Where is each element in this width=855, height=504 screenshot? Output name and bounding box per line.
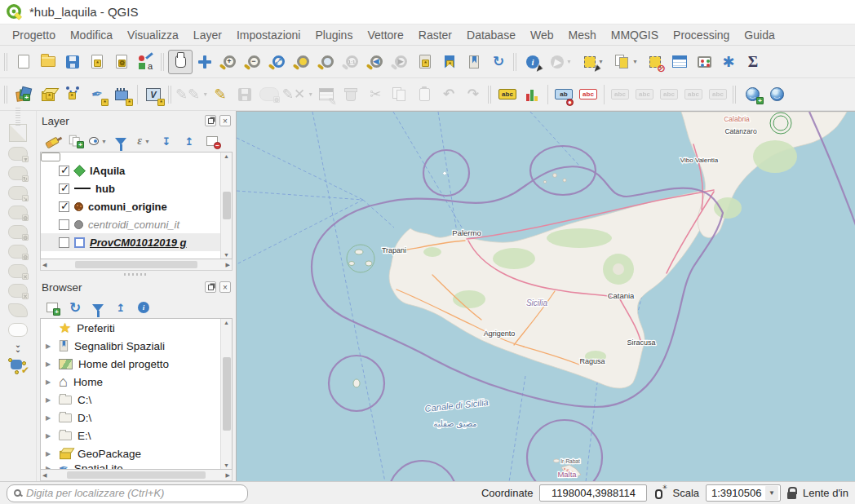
add-selected-layers-button[interactable]: +: [43, 298, 61, 316]
save-project-button[interactable]: [60, 50, 85, 74]
filter-legend-button[interactable]: [112, 132, 130, 150]
toggle-editing-button[interactable]: ✎: [208, 82, 233, 107]
refresh-map-button[interactable]: ↻: [486, 50, 511, 74]
layer-row-provcm[interactable]: ProvCM01012019 g: [41, 233, 232, 251]
cut-features-button[interactable]: ✂: [363, 82, 388, 107]
new-spatialite-button[interactable]: ✒*: [85, 82, 109, 107]
lock-scale-icon[interactable]: [787, 492, 796, 499]
browser-horizontal-scrollbar[interactable]: ◀▶: [40, 470, 233, 481]
browser-item-drive-c[interactable]: ▶ C:\: [41, 391, 232, 409]
add-part-icon[interactable]: ⚙: [8, 225, 28, 239]
menu-modifica[interactable]: Modifica: [63, 26, 120, 44]
modify-attributes-button[interactable]: ✎: [314, 82, 339, 107]
browser-vertical-scrollbar[interactable]: ▲▼: [220, 319, 232, 469]
menu-mmqgis[interactable]: MMQGIS: [604, 26, 666, 44]
add-feature-button[interactable]: ⚙: [257, 82, 281, 107]
menu-plugins[interactable]: Plugins: [308, 26, 360, 44]
zoom-to-layer-button[interactable]: [315, 50, 339, 74]
rotate-label-button[interactable]: [681, 82, 706, 107]
layer-panel-float-button[interactable]: [205, 115, 216, 126]
browser-panel-close-button[interactable]: ×: [219, 281, 231, 293]
statistical-summary-button[interactable]: Σ: [741, 50, 765, 74]
menu-progetto[interactable]: Progetto: [5, 26, 63, 44]
data-source-manager-button[interactable]: +: [11, 82, 36, 107]
layer-row-comuni-origine[interactable]: comuni_origine: [41, 197, 232, 215]
check-geometries-icon[interactable]: ✔: [8, 358, 28, 374]
toolbar-grip[interactable]: [161, 53, 166, 71]
zoom-to-selection-button[interactable]: [290, 50, 315, 74]
browser-refresh-button[interactable]: ↻: [66, 298, 84, 316]
highlight-labels-button[interactable]: [576, 82, 600, 107]
pin-labels-button[interactable]: ●: [552, 82, 576, 107]
layer-diagram-button[interactable]: [520, 82, 544, 107]
browser-item-project-home[interactable]: ▶ Home del progetto: [41, 355, 232, 373]
show-layout-manager-button[interactable]: ⚙: [109, 50, 134, 74]
layer-checkbox[interactable]: [59, 237, 69, 248]
field-calculator-button[interactable]: [692, 50, 716, 74]
browser-item-drive-e[interactable]: ▶ E:\: [41, 427, 232, 444]
show-spatial-bookmarks-button[interactable]: [462, 50, 486, 74]
new-project-button[interactable]: [11, 50, 36, 74]
change-label-button[interactable]: [706, 82, 730, 107]
locator-search[interactable]: [7, 484, 248, 502]
expander-icon[interactable]: ▶: [46, 432, 53, 440]
new-virtual-layer-button[interactable]: V*: [141, 82, 166, 107]
rotate-feature-icon[interactable]: ↻: [8, 166, 28, 180]
new-scratch-layer-button[interactable]: *: [109, 82, 134, 107]
web-globe-button[interactable]: [764, 82, 789, 107]
menu-visualizza[interactable]: Visualizza: [120, 26, 186, 44]
browser-item-drive-d[interactable]: ▶ D:\: [41, 409, 232, 427]
collapse-all-button[interactable]: ↥: [180, 132, 198, 150]
chevron-down-icon[interactable]: ▼: [765, 486, 778, 500]
add-ring-icon[interactable]: ⚙: [8, 206, 28, 219]
browser-item-spatialite[interactable]: ▶ ✒ SpatiaLite: [41, 462, 232, 470]
browser-item-geopackage[interactable]: ▶ GeoPackage: [41, 444, 232, 462]
expand-all-button[interactable]: ↧: [157, 132, 175, 150]
new-map-view-button[interactable]: *: [413, 50, 437, 74]
simplify-feature-icon[interactable]: ↘: [8, 186, 28, 200]
manage-map-themes-button[interactable]: ▼: [89, 132, 107, 150]
delete-selected-button[interactable]: [339, 82, 363, 107]
menu-impostazioni[interactable]: Impostazioni: [229, 26, 308, 44]
layer-list-horizontal-scrollbar[interactable]: ◀▶: [40, 259, 233, 271]
toolbar-grip[interactable]: [16, 108, 20, 126]
vertex-tool-button[interactable]: ✎✕▼: [281, 82, 314, 107]
coordinate-field[interactable]: 1198004,3988114: [539, 484, 647, 502]
open-attribute-table-button[interactable]: [667, 50, 692, 74]
menu-layer[interactable]: Layer: [186, 26, 229, 44]
layer-labeling-button[interactable]: [495, 82, 520, 107]
browser-item-home[interactable]: ▶ ⌂ Home: [41, 373, 232, 391]
browser-panel-float-button[interactable]: [205, 281, 216, 293]
select-by-value-button[interactable]: ▼: [610, 50, 643, 74]
layer-list-vertical-scrollbar[interactable]: ▲▼: [220, 153, 232, 259]
scale-combobox[interactable]: 1:3910506 ▼: [706, 484, 781, 502]
expander-icon[interactable]: ▶: [46, 414, 53, 422]
menu-processing[interactable]: Processing: [666, 26, 737, 44]
reshape-features-icon[interactable]: [8, 303, 28, 317]
add-group-button[interactable]: +: [66, 132, 84, 150]
zoom-native-button[interactable]: 1:1: [339, 50, 364, 74]
new-spatial-bookmark-button[interactable]: *: [437, 50, 462, 74]
menu-mesh[interactable]: Mesh: [561, 26, 604, 44]
copy-features-button[interactable]: [388, 82, 412, 107]
panel-splitter[interactable]: [37, 271, 236, 277]
menu-web[interactable]: Web: [523, 26, 561, 44]
expander-icon[interactable]: ▶: [46, 396, 53, 404]
remove-layer-button[interactable]: −: [203, 132, 221, 150]
zoom-out-button[interactable]: −: [241, 50, 266, 74]
filter-expression-button[interactable]: ε▼: [135, 132, 153, 150]
layer-row-laquila[interactable]: lAquila: [41, 161, 232, 179]
browser-filter-button[interactable]: [89, 298, 107, 316]
locator-input[interactable]: [26, 487, 241, 499]
run-feature-action-button[interactable]: ▶▼: [545, 50, 578, 74]
save-edits-button[interactable]: [233, 82, 257, 107]
select-features-button[interactable]: ▼: [578, 50, 610, 74]
delete-ring-icon[interactable]: ✕: [8, 264, 28, 278]
layer-checkbox[interactable]: [59, 166, 69, 176]
expander-icon[interactable]: ▶: [46, 465, 53, 471]
offset-curve-icon[interactable]: [8, 323, 28, 337]
more-digitizing-tools-chevron[interactable]: ⌄⌄: [15, 343, 21, 352]
zoom-full-button[interactable]: ⤢: [266, 50, 290, 74]
new-print-layout-button[interactable]: *: [85, 50, 109, 74]
processing-toolbox-button[interactable]: ✱: [716, 50, 741, 74]
